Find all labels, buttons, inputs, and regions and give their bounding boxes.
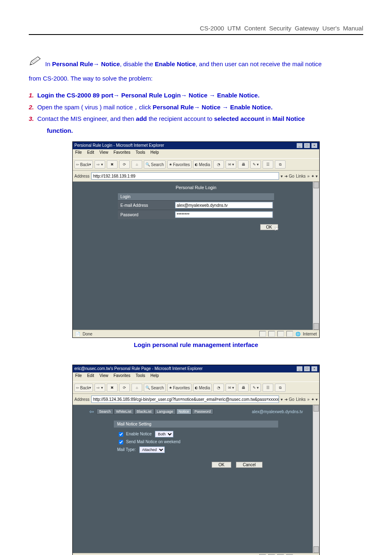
- menu-help[interactable]: Help: [150, 373, 159, 378]
- favorites-button[interactable]: ★Favorites: [167, 384, 191, 392]
- enable-notice-label: Enable Notice: [126, 432, 152, 436]
- stop-button[interactable]: ✖: [107, 384, 118, 392]
- scrollbar[interactable]: [313, 405, 319, 553]
- print-button[interactable]: 🖶: [238, 384, 249, 392]
- close-button[interactable]: ×: [311, 366, 318, 372]
- cursor-icon: ➤: [274, 225, 279, 232]
- menu-bar[interactable]: File Edit View Favorites Tools Help: [73, 372, 319, 382]
- forward-button[interactable]: ⇨ ▾: [95, 384, 105, 392]
- menu-favorites[interactable]: Favorites: [113, 150, 130, 155]
- enable-notice-checkbox[interactable]: [119, 432, 123, 437]
- home-button[interactable]: ⌂: [131, 160, 142, 169]
- email-field[interactable]: [175, 202, 273, 208]
- tab-whitelist[interactable]: WhiteList: [114, 409, 134, 414]
- search-button[interactable]: 🔍Search: [144, 160, 166, 169]
- search-button[interactable]: 🔍Search: [144, 384, 166, 392]
- mail-type-select[interactable]: Attached: [139, 446, 165, 453]
- address-input[interactable]: http://59.124.36.185:89/cgi-bin/per_user…: [91, 395, 279, 403]
- tab-notice[interactable]: Notice: [176, 409, 192, 414]
- links-chevron-icon[interactable]: »: [307, 174, 310, 178]
- address-input[interactable]: http://192.168.139.1:89: [91, 172, 279, 180]
- discuss-button[interactable]: ☰: [263, 160, 273, 169]
- stop-button[interactable]: ✖: [107, 160, 118, 169]
- menu-view[interactable]: View: [99, 373, 108, 378]
- menu-help[interactable]: Help: [150, 150, 159, 155]
- minimize-button[interactable]: _: [296, 143, 303, 148]
- back-button[interactable]: ⇦Back ▾: [74, 160, 93, 169]
- menu-edit[interactable]: Edit: [87, 150, 94, 155]
- media-button[interactable]: ◐Media: [193, 160, 212, 169]
- cancel-button[interactable]: Cancel: [236, 462, 263, 468]
- edit-button[interactable]: ✎ ▾: [250, 160, 261, 169]
- browser-viewport: Personal Rule Login Login E-mail Address…: [73, 182, 319, 330]
- tab-blacklist[interactable]: BlackList: [134, 409, 154, 414]
- password-field[interactable]: [175, 211, 273, 218]
- step-2-bold: Personal Rule→ Notice → Enable Notice.: [153, 104, 273, 111]
- menu-file[interactable]: File: [75, 373, 82, 378]
- step-3b: function.: [47, 127, 73, 134]
- back-arrow-icon[interactable]: ⇦: [89, 408, 94, 415]
- extra-toolbar-button[interactable]: ✦ ▾: [311, 397, 318, 402]
- maximize-button[interactable]: □: [304, 143, 310, 148]
- step-num: 1.: [29, 92, 34, 99]
- menu-favorites[interactable]: Favorites: [113, 373, 130, 378]
- step-num: 3.: [29, 115, 34, 122]
- scrollbar[interactable]: [313, 182, 319, 330]
- step-3-b1: add: [136, 115, 147, 122]
- refresh-button[interactable]: ⟳: [119, 384, 130, 392]
- menu-view[interactable]: View: [99, 150, 108, 155]
- menu-tools[interactable]: Tools: [136, 150, 145, 155]
- refresh-button[interactable]: ⟳: [119, 160, 130, 169]
- addr-dropdown-icon[interactable]: ▾: [281, 174, 283, 178]
- window-titlebar[interactable]: eric@nusec.com.tw's Personal Rule Page -…: [73, 365, 319, 372]
- links-label[interactable]: Links: [296, 174, 305, 178]
- step-3: 3. Contact the MIS engineer, and then ad…: [29, 113, 363, 125]
- mail-button[interactable]: ✉ ▾: [226, 160, 236, 169]
- tab-password[interactable]: Password: [192, 409, 213, 414]
- step-num: 2.: [29, 104, 34, 111]
- header-rule: [29, 34, 363, 35]
- user-email-label: alex@myalexweb.dyndns.tv: [252, 409, 303, 414]
- go-button[interactable]: ➜ Go: [284, 174, 294, 178]
- maximize-button[interactable]: □: [304, 366, 310, 372]
- home-button[interactable]: ⌂: [131, 384, 142, 392]
- discuss-button[interactable]: ☰: [263, 384, 273, 392]
- step-3-b3: Mail Notice: [272, 115, 305, 122]
- history-button[interactable]: ◔: [213, 384, 224, 392]
- enable-notice-select[interactable]: Both: [155, 431, 173, 437]
- extra-toolbar-button[interactable]: ✦ ▾: [311, 174, 318, 178]
- weekend-checkbox[interactable]: [119, 440, 123, 444]
- status-bar: 📄 Done 🌐 Internet: [73, 330, 319, 338]
- window-titlebar[interactable]: Persional Rule Login - Microsoft Interne…: [73, 142, 319, 149]
- print-button[interactable]: 🖶: [238, 160, 249, 169]
- links-label[interactable]: Links: [296, 397, 305, 402]
- go-button[interactable]: ➜ Go: [284, 397, 294, 402]
- close-button[interactable]: ×: [311, 143, 318, 148]
- links-chevron-icon[interactable]: »: [307, 397, 310, 402]
- favorites-button[interactable]: ★Favorites: [167, 160, 191, 169]
- step-3-mid: the recipient account to: [147, 115, 214, 122]
- status-zone: Internet: [303, 332, 317, 336]
- research-button[interactable]: ⧉: [275, 160, 286, 169]
- zone-icon: 🌐: [295, 332, 300, 336]
- caption-1: Login personal rule management interface: [29, 341, 363, 348]
- mail-button[interactable]: ✉ ▾: [226, 384, 236, 392]
- history-button[interactable]: ◔: [213, 160, 224, 169]
- menu-bar[interactable]: File Edit View Favorites Tools Help: [73, 149, 319, 158]
- back-button[interactable]: ⇦Back ▾: [74, 384, 93, 392]
- forward-button[interactable]: ⇨ ▾: [95, 160, 105, 169]
- status-cell: [277, 331, 284, 337]
- media-button[interactable]: ◐Media: [193, 384, 212, 392]
- status-cell: [268, 331, 275, 337]
- menu-file[interactable]: File: [75, 150, 82, 155]
- tab-search[interactable]: Search: [97, 409, 113, 414]
- research-button[interactable]: ⧉: [275, 384, 286, 392]
- addr-dropdown-icon[interactable]: ▾: [281, 397, 283, 402]
- step-2: 2. Open the spam ( virus ) mail notice，c…: [29, 102, 363, 113]
- ok-button[interactable]: OK: [212, 462, 231, 468]
- edit-button[interactable]: ✎ ▾: [250, 384, 261, 392]
- menu-edit[interactable]: Edit: [87, 373, 94, 378]
- menu-tools[interactable]: Tools: [136, 373, 145, 378]
- minimize-button[interactable]: _: [296, 366, 303, 372]
- tab-language[interactable]: Language: [154, 409, 176, 414]
